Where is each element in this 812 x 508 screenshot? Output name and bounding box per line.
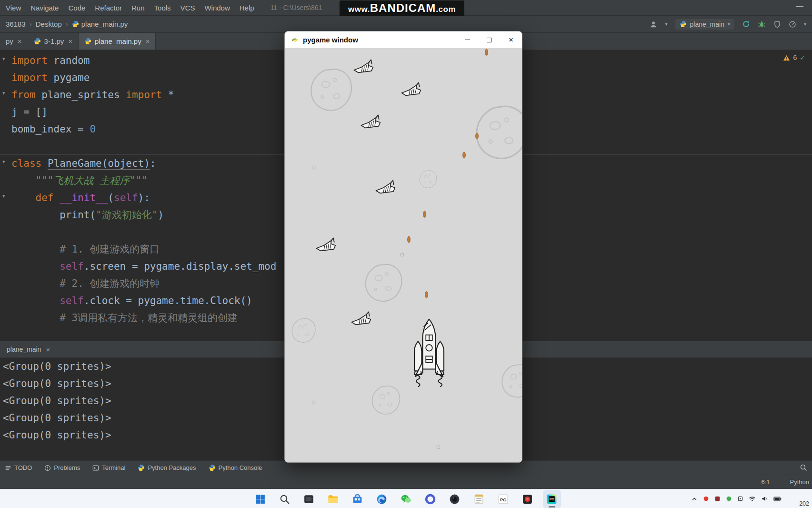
taskbar-pycharm-button[interactable]: PC [543, 490, 561, 508]
breadcrumb-label: 36183 [6, 20, 26, 28]
menu-item-code[interactable]: Code [68, 4, 85, 12]
tab-close-icon[interactable]: × [146, 37, 150, 45]
debug-icon[interactable] [758, 20, 766, 28]
taskbar-edge-button[interactable] [373, 490, 391, 508]
caret-position[interactable]: 6:1 [761, 478, 770, 486]
taskbar-ring-button[interactable] [421, 490, 440, 508]
bullet-sprite [476, 133, 479, 140]
debris-sprite [312, 401, 315, 404]
minimize-window-icon[interactable]: — [796, 2, 803, 10]
profiler-icon[interactable] [789, 20, 796, 28]
menu-item-refactor[interactable]: Refactor [95, 4, 122, 12]
taskbar: PCPC 202 [0, 489, 812, 508]
editor-tab-3-1-py[interactable]: 3-1.py× [28, 33, 79, 50]
tab-close-icon[interactable]: × [68, 37, 72, 45]
enemy-plane-sprite [376, 180, 395, 193]
breadcrumb-separator: › [30, 20, 32, 28]
tray-chevron-icon[interactable] [691, 496, 698, 502]
inspection-widget[interactable]: 6 ✓ [783, 54, 805, 61]
menu-item-vcs[interactable]: VCS [180, 4, 195, 12]
pygame-close-button[interactable]: × [500, 31, 522, 48]
pygame-maximize-button[interactable] [478, 31, 500, 48]
pygame-window: pygame window × [284, 31, 522, 463]
taskbar-clock[interactable]: 202 [799, 500, 809, 507]
tray-maroon-dot-icon[interactable] [714, 496, 721, 502]
toolwindow-label: Python Console [219, 464, 262, 471]
menu-item-tools[interactable]: Tools [154, 4, 171, 12]
bullet-sprite [425, 292, 428, 298]
taskbar-explorer-button[interactable] [324, 490, 342, 508]
check-icon: ✓ [800, 54, 805, 61]
editor-tab-py[interactable]: py× [0, 33, 28, 50]
menu-item-view[interactable]: View [6, 4, 21, 12]
taskbar-pc-button[interactable]: PC [494, 490, 512, 508]
asteroid-sprite [420, 171, 437, 188]
python-file-icon [34, 38, 41, 45]
minimize-icon [465, 40, 470, 40]
debris-sprite [437, 446, 440, 448]
taskbar-wechat-button[interactable] [397, 490, 415, 508]
terminal-icon [92, 465, 99, 471]
pygame-app-icon [291, 36, 299, 44]
menu-item-navigate[interactable]: Navigate [30, 4, 59, 12]
pygame-titlebar[interactable]: pygame window × [285, 31, 522, 48]
tool-window-items: TODOProblemsTerminalPython PackagesPytho… [5, 464, 262, 471]
fold-arrow-icon[interactable]: ▾ [2, 159, 5, 164]
tray-pin-icon[interactable] [737, 496, 743, 502]
taskbar-bandicam-button[interactable] [519, 490, 537, 508]
toolwindow-python-packages[interactable]: Python Packages [138, 464, 196, 471]
menu-item-help[interactable]: Help [240, 4, 254, 12]
pygame-game-area [285, 48, 522, 463]
tray-green-dot-icon[interactable] [726, 496, 732, 502]
breadcrumb-item-36183[interactable]: 36183 [6, 20, 26, 28]
python-interpreter[interactable]: Python [790, 478, 809, 486]
console-tab-plane-main[interactable]: plane_main × [2, 345, 55, 354]
toolwindow-label: Terminal [102, 464, 125, 471]
pygame-minimize-button[interactable] [456, 31, 478, 48]
game-canvas [285, 48, 522, 463]
warning-count: 6 [793, 54, 797, 61]
taskbar-notes-button[interactable] [470, 490, 488, 508]
editor-tab-plane-main-py[interactable]: plane_main.py× [79, 33, 156, 50]
profiler-caret-icon[interactable]: ▾ [804, 21, 806, 27]
taskbar-start-button[interactable] [251, 490, 270, 508]
run-configuration-name: plane_main [690, 20, 724, 28]
search-icon[interactable] [800, 464, 807, 471]
toolwindow-terminal[interactable]: Terminal [92, 464, 125, 471]
python-file-icon [72, 20, 79, 28]
menu-item-window[interactable]: Window [204, 4, 230, 12]
rerun-icon[interactable] [742, 20, 750, 28]
taskbar-taskview-button[interactable] [300, 490, 318, 508]
taskbar-store-button[interactable] [349, 490, 367, 508]
toolwindow-problems[interactable]: Problems [44, 464, 80, 471]
menu-item-run[interactable]: Run [131, 4, 145, 12]
user-caret-icon[interactable]: ▾ [665, 21, 668, 27]
tray-speaker-icon[interactable] [761, 495, 768, 502]
console-tab-close-icon[interactable]: × [46, 345, 50, 354]
python-icon [138, 464, 145, 471]
breadcrumb-item-plane-main-py[interactable]: plane_main.py [72, 20, 128, 28]
breadcrumb-label: Desktop [36, 20, 62, 28]
tray-red-dot-icon[interactable] [703, 496, 709, 502]
fold-arrow-icon[interactable]: ▾ [2, 91, 5, 96]
run-configuration-select[interactable]: plane_main ▾ [675, 19, 734, 30]
asteroid-sprite [502, 365, 522, 397]
python-file-icon [680, 20, 687, 28]
taskbar-camera-button[interactable] [446, 490, 464, 508]
toolwindow-python-console[interactable]: Python Console [209, 464, 262, 471]
coverage-icon[interactable] [773, 20, 781, 28]
tab-close-icon[interactable]: × [18, 37, 22, 45]
toolwindow-todo[interactable]: TODO [5, 464, 32, 471]
fold-arrow-icon[interactable]: ▾ [2, 193, 5, 199]
maximize-icon [487, 38, 491, 42]
tray-battery-icon[interactable] [773, 496, 782, 502]
tray-wifi-icon[interactable] [749, 495, 756, 502]
breadcrumb-item-desktop[interactable]: Desktop [36, 20, 62, 28]
python-file-icon [84, 38, 91, 45]
taskbar-search-button[interactable] [276, 490, 294, 508]
user-profile-icon[interactable] [649, 20, 658, 29]
navigation-bar: 36183›Desktop›plane_main.py ▾ plane_main… [0, 16, 812, 33]
fold-arrow-icon[interactable]: ▾ [2, 56, 5, 61]
problems-icon [44, 465, 51, 471]
asteroid-sprite [311, 69, 351, 111]
